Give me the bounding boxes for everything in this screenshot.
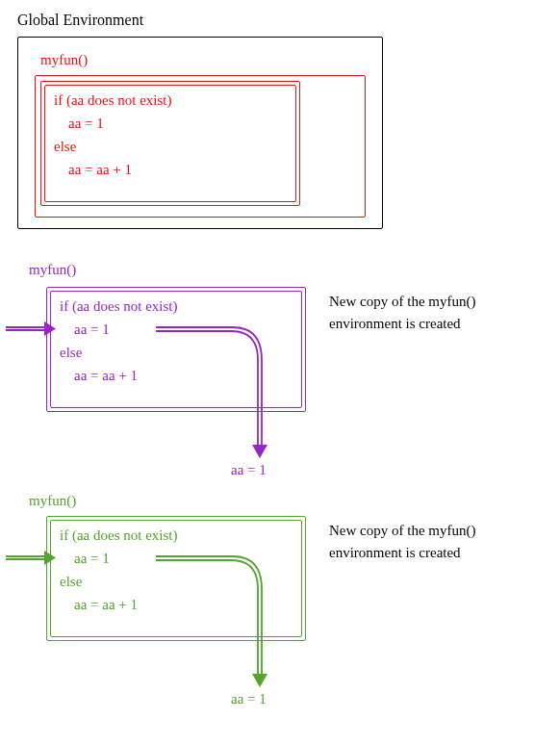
code-1-line2: aa = 1 (54, 112, 104, 135)
arrow-in-3-icon (6, 547, 52, 570)
result-2: aa = 1 (231, 462, 267, 478)
code-1-line4: aa = aa + 1 (54, 158, 132, 181)
svg-marker-7 (252, 674, 267, 687)
code-3-line3: else (60, 570, 82, 593)
fn-label-1: myfun() (40, 52, 88, 68)
code-2-line2: aa = 1 (60, 318, 110, 341)
result-3: aa = 1 (231, 691, 267, 707)
fn-label-3: myfun() (29, 493, 76, 509)
code-1-line1: if (aa does not exist) (54, 89, 171, 112)
code-1-line3: else (54, 135, 76, 158)
code-2-line1: if (aa does not exist) (60, 295, 177, 318)
annotation-2: New copy of the myfun() environment is c… (329, 291, 475, 334)
annotation-3: New copy of the myfun() environment is c… (329, 520, 475, 563)
global-env-title: Global Environment (17, 12, 143, 29)
fn-label-2: myfun() (29, 262, 76, 278)
svg-marker-3 (252, 445, 267, 458)
code-2-line3: else (60, 341, 82, 364)
arrow-in-2-icon (6, 318, 52, 341)
code-3-line1: if (aa does not exist) (60, 524, 177, 547)
code-2-line4: aa = aa + 1 (60, 364, 138, 387)
code-3-line2: aa = 1 (60, 547, 110, 570)
code-3-line4: aa = aa + 1 (60, 593, 138, 616)
diagram-root: Global Environment myfun() if (aa does n… (12, 12, 548, 733)
